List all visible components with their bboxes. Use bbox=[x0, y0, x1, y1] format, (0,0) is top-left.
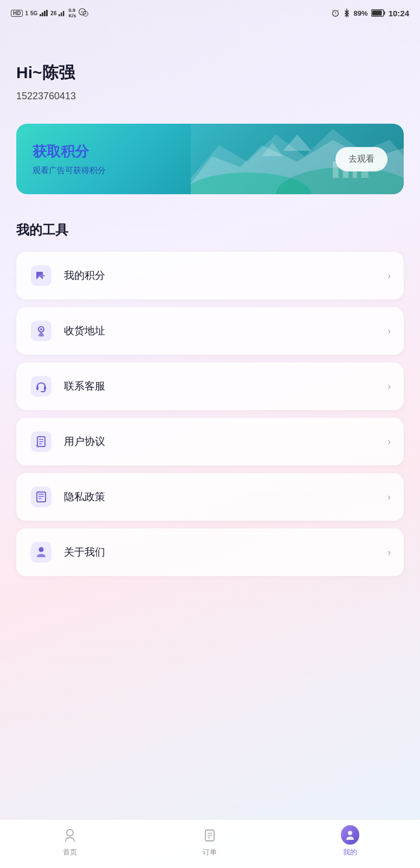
chevron-agreement: › bbox=[387, 436, 391, 448]
menu-label-privacy: 隐私政策 bbox=[64, 490, 105, 504]
banner-button[interactable]: 去观看 bbox=[335, 147, 387, 171]
mine-nav-icon bbox=[341, 826, 359, 844]
banner-subtitle: 观看广告可获得积分 bbox=[33, 165, 106, 176]
menu-label-agreement: 用户协议 bbox=[64, 435, 105, 449]
svg-rect-31 bbox=[31, 321, 51, 341]
status-speed: 0.9K/s bbox=[68, 8, 76, 18]
greeting-text: Hi~陈强 bbox=[16, 62, 404, 84]
nav-item-home[interactable]: 首页 bbox=[0, 826, 140, 857]
signal-icon-2 bbox=[59, 10, 66, 16]
menu-item-left-points: 我的积分 bbox=[29, 264, 105, 288]
wechat-icon bbox=[79, 8, 88, 18]
banner-title: 获取积分 bbox=[33, 142, 106, 161]
menu-label-address: 收货地址 bbox=[64, 324, 105, 338]
menu-item-agreement[interactable]: 用户协议 › bbox=[16, 418, 404, 465]
chevron-points: › bbox=[387, 270, 391, 282]
svg-point-11 bbox=[84, 14, 85, 15]
menu-item-left-address: 收货地址 bbox=[29, 319, 105, 343]
status-bar: HD 1 5G 26 0.9K/s 89% 10:24 bbox=[0, 0, 420, 24]
chevron-about: › bbox=[387, 547, 391, 558]
svg-point-12 bbox=[86, 14, 87, 15]
main-content: Hi~陈强 15223760413 bbox=[0, 24, 420, 630]
svg-rect-47 bbox=[31, 542, 51, 563]
svg-point-54 bbox=[348, 831, 352, 835]
menu-item-about[interactable]: 关于我们 › bbox=[16, 528, 404, 576]
svg-rect-35 bbox=[36, 386, 38, 390]
alarm-icon bbox=[331, 9, 340, 17]
mine-nav-label: 我的 bbox=[343, 847, 357, 857]
privacy-icon bbox=[29, 485, 53, 509]
menu-item-service[interactable]: 联系客服 › bbox=[16, 362, 404, 410]
svg-rect-16 bbox=[372, 11, 382, 16]
service-icon bbox=[29, 374, 53, 398]
address-icon bbox=[29, 319, 53, 343]
svg-point-48 bbox=[39, 547, 44, 552]
svg-rect-30 bbox=[38, 275, 45, 277]
home-nav-icon bbox=[61, 826, 79, 844]
menu-item-points[interactable]: 我的积分 › bbox=[16, 252, 404, 299]
menu-item-address[interactable]: 收货地址 › bbox=[16, 307, 404, 355]
menu-item-left-privacy: 隐私政策 bbox=[29, 485, 105, 509]
svg-point-8 bbox=[81, 11, 82, 12]
chevron-service: › bbox=[387, 381, 391, 392]
nav-item-mine[interactable]: 我的 bbox=[280, 826, 420, 857]
chevron-address: › bbox=[387, 326, 391, 337]
banner-left-content: 获取积分 观看广告可获得积分 bbox=[33, 142, 106, 176]
status-26: 26 bbox=[50, 10, 56, 16]
bluetooth-icon bbox=[343, 9, 351, 17]
svg-point-33 bbox=[40, 328, 42, 330]
nav-item-order[interactable]: 订单 bbox=[140, 826, 280, 857]
order-nav-icon bbox=[201, 826, 219, 844]
status-right: 89% 10:24 bbox=[331, 9, 409, 18]
svg-point-49 bbox=[67, 829, 73, 836]
menu-item-left-agreement: 用户协议 bbox=[29, 430, 105, 454]
svg-rect-6 bbox=[63, 11, 64, 16]
tools-section-title: 我的工具 bbox=[16, 221, 404, 239]
menu-item-left-about: 关于我们 bbox=[29, 540, 105, 564]
points-banner[interactable]: 获取积分 观看广告可获得积分 去观看 bbox=[16, 124, 404, 194]
svg-rect-1 bbox=[42, 12, 43, 16]
points-icon bbox=[29, 264, 53, 288]
battery-icon bbox=[371, 9, 385, 17]
time: 10:24 bbox=[389, 9, 409, 18]
svg-rect-42 bbox=[31, 487, 51, 507]
svg-rect-5 bbox=[61, 12, 62, 16]
chevron-privacy: › bbox=[387, 492, 391, 503]
menu-label-points: 我的积分 bbox=[64, 269, 105, 283]
home-nav-label: 首页 bbox=[63, 847, 77, 857]
svg-rect-3 bbox=[46, 10, 48, 16]
status-sim1: 1 bbox=[25, 10, 28, 16]
order-nav-label: 订单 bbox=[203, 847, 217, 857]
svg-rect-17 bbox=[384, 11, 385, 15]
menu-list: 我的积分 › 收货地址 › bbox=[16, 252, 404, 576]
menu-label-service: 联系客服 bbox=[64, 379, 105, 393]
svg-rect-4 bbox=[59, 14, 60, 16]
signal-icon-1 bbox=[40, 10, 48, 16]
status-hd: HD bbox=[11, 10, 23, 17]
svg-rect-2 bbox=[44, 11, 46, 16]
svg-rect-0 bbox=[40, 14, 41, 16]
phone-number: 15223760413 bbox=[16, 91, 404, 102]
battery-percentage: 89% bbox=[354, 9, 368, 17]
menu-item-privacy[interactable]: 隐私政策 › bbox=[16, 473, 404, 521]
status-5g: 5G bbox=[30, 10, 37, 16]
svg-rect-34 bbox=[31, 376, 51, 397]
menu-item-left-service: 联系客服 bbox=[29, 374, 105, 398]
bottom-nav: 首页 订单 我的 bbox=[0, 819, 420, 868]
about-icon bbox=[29, 540, 53, 564]
agreement-icon bbox=[29, 430, 53, 454]
menu-label-about: 关于我们 bbox=[64, 545, 105, 559]
status-left: HD 1 5G 26 0.9K/s bbox=[11, 8, 88, 18]
svg-rect-36 bbox=[44, 386, 46, 390]
